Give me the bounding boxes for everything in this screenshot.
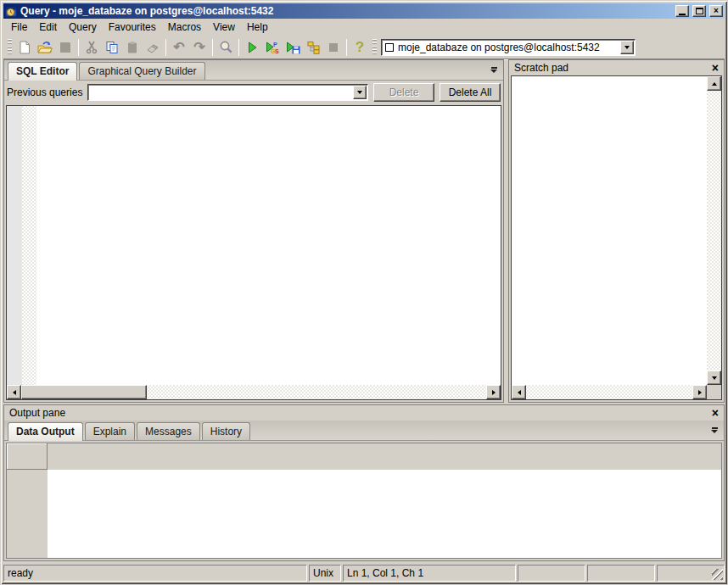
scroll-thumb[interactable] xyxy=(21,385,147,399)
grid-row-header xyxy=(7,470,48,558)
scrollbar-corner xyxy=(707,385,721,399)
sql-editor-text[interactable] xyxy=(36,106,501,385)
sql-editor-pane: SQL Editor Graphical Query Builder Previ… xyxy=(3,59,504,403)
open-file-icon[interactable] xyxy=(35,37,55,58)
scratch-pad-close-icon[interactable]: × xyxy=(712,63,719,73)
output-pane-header: Output pane × xyxy=(4,405,724,421)
tab-messages[interactable]: Messages xyxy=(137,422,200,440)
editor-horizontal-scrollbar[interactable] xyxy=(7,385,501,399)
scratch-pad-header: Scratch pad × xyxy=(509,60,724,75)
tab-history[interactable]: History xyxy=(202,422,250,440)
undo-icon: ↶ xyxy=(169,37,189,58)
data-output-grid xyxy=(6,443,722,559)
previous-queries-dropdown-button[interactable] xyxy=(353,86,367,99)
scratch-pad-body xyxy=(511,75,722,400)
tab-overflow-icon[interactable] xyxy=(711,427,718,433)
menu-query[interactable]: Query xyxy=(63,20,103,35)
execute-query-icon[interactable] xyxy=(242,37,262,58)
scroll-up-button[interactable] xyxy=(707,76,721,91)
status-field-empty xyxy=(518,565,585,582)
editor-fold-margin xyxy=(22,106,36,385)
save-icon xyxy=(55,37,76,58)
connection-value: moje_databaze on postgres@localhost:5432 xyxy=(398,42,619,53)
status-cursor-position: Ln 1, Col 1, Ch 1 xyxy=(343,565,516,582)
connection-dropdown-button[interactable] xyxy=(620,41,634,54)
output-tab-row: Data Output Explain Messages History xyxy=(4,421,724,441)
cut-icon xyxy=(81,37,102,58)
svg-text:S: S xyxy=(275,47,279,53)
scratch-pad-pane: Scratch pad × xyxy=(508,59,725,403)
svg-text:P: P xyxy=(273,42,277,47)
tab-explain[interactable]: Explain xyxy=(85,422,135,440)
grid-cells[interactable] xyxy=(48,470,721,558)
menu-file[interactable]: File xyxy=(5,20,33,35)
status-eol-format: Unix xyxy=(309,565,341,582)
main-area: SQL Editor Graphical Query Builder Previ… xyxy=(3,59,725,403)
delete-button[interactable]: Delete xyxy=(373,83,434,102)
cancel-query-icon xyxy=(323,37,344,58)
menu-view[interactable]: View xyxy=(207,20,241,35)
menu-favourites[interactable]: Favourites xyxy=(103,20,162,35)
explain-query-icon[interactable] xyxy=(303,37,323,58)
toolbar-separator xyxy=(78,39,79,56)
help-icon[interactable]: ? xyxy=(350,37,370,58)
previous-queries-combobox[interactable] xyxy=(87,84,368,101)
status-ready: ready xyxy=(3,565,307,582)
minimize-button[interactable] xyxy=(675,5,689,17)
sql-editor-area[interactable] xyxy=(7,106,501,385)
editor-tab-row: SQL Editor Graphical Query Builder xyxy=(4,60,503,81)
connection-combobox[interactable]: moje_databaze on postgres@localhost:5432 xyxy=(381,39,636,56)
output-pane-close-icon[interactable]: × xyxy=(712,408,719,418)
execute-pgscript-icon[interactable]: P G S xyxy=(262,37,283,58)
previous-queries-label: Previous queries xyxy=(7,86,82,98)
scratch-pad-text[interactable] xyxy=(512,76,707,385)
tab-overflow-icon[interactable] xyxy=(490,67,497,73)
tab-data-output[interactable]: Data Output xyxy=(8,422,83,441)
app-icon xyxy=(5,5,18,18)
connection-color-checkbox xyxy=(385,43,394,52)
menu-help[interactable]: Help xyxy=(241,20,274,35)
status-field-empty xyxy=(587,565,655,582)
menu-edit[interactable]: Edit xyxy=(33,20,63,35)
scroll-right-button[interactable] xyxy=(486,385,501,399)
tab-graphical-query-builder[interactable]: Graphical Query Builder xyxy=(79,62,204,80)
toolbar: ↶ ↷ P G S xyxy=(3,36,725,59)
output-pane-title: Output pane xyxy=(9,407,712,419)
window-title: Query - moje_databaze on postgres@localh… xyxy=(20,5,672,17)
scroll-left-button[interactable] xyxy=(512,385,526,399)
toolbar-separator xyxy=(212,39,213,56)
menu-macros[interactable]: Macros xyxy=(162,20,207,35)
title-bar[interactable]: Query - moje_databaze on postgres@localh… xyxy=(3,3,725,19)
close-button[interactable]: × xyxy=(709,5,723,17)
editor-margin xyxy=(7,106,22,385)
status-field-empty xyxy=(657,565,725,582)
grid-corner-cell[interactable] xyxy=(7,443,48,470)
toolbar-separator xyxy=(238,39,239,56)
scroll-down-button[interactable] xyxy=(707,370,721,385)
clear-window-icon xyxy=(143,37,163,58)
scroll-right-button[interactable] xyxy=(692,385,707,399)
resize-grip[interactable] xyxy=(712,569,723,580)
maximize-button[interactable] xyxy=(692,5,706,17)
scratch-pad-title: Scratch pad xyxy=(514,62,712,74)
toolbar-gripper[interactable] xyxy=(8,39,12,56)
query-window: Query - moje_databaze on postgres@localh… xyxy=(0,0,728,585)
execute-to-file-icon[interactable] xyxy=(283,37,303,58)
toolbar-separator xyxy=(346,39,347,56)
copy-icon[interactable] xyxy=(102,37,122,58)
paste-icon xyxy=(122,37,143,58)
grid-column-header xyxy=(48,443,721,470)
combo-gripper[interactable] xyxy=(372,39,377,56)
toolbar-separator xyxy=(165,39,166,56)
find-icon[interactable] xyxy=(216,37,236,58)
scratch-vertical-scrollbar[interactable] xyxy=(707,76,721,385)
previous-queries-row: Previous queries Delete Delete All xyxy=(4,81,503,104)
new-file-icon[interactable] xyxy=(14,37,35,58)
tab-sql-editor[interactable]: SQL Editor xyxy=(8,62,77,81)
scroll-left-button[interactable] xyxy=(7,385,21,399)
delete-all-button[interactable]: Delete All xyxy=(440,83,501,102)
redo-icon: ↷ xyxy=(189,37,210,58)
status-bar: ready Unix Ln 1, Col 1, Ch 1 xyxy=(3,563,725,582)
sql-editor[interactable] xyxy=(6,105,501,400)
scratch-horizontal-scrollbar[interactable] xyxy=(512,385,707,399)
